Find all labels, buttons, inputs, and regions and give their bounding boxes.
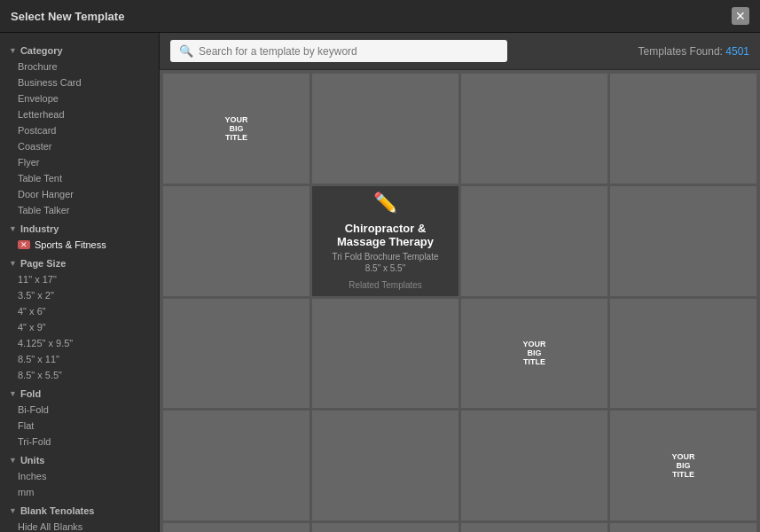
sidebar-item-3-5-x-2-[interactable]: 3.5" x 2" — [0, 287, 159, 303]
template-thumbnail — [677, 186, 691, 296]
sidebar-item-4-x-9-[interactable]: 4" x 9" — [0, 319, 159, 335]
template-thumbnail — [528, 299, 542, 409]
template-grid-item[interactable] — [461, 523, 607, 532]
template-thumbnail — [379, 411, 393, 520]
sidebar-item-sports-fitness[interactable]: ✕Sports & Fitness — [0, 237, 159, 253]
sidebar: ▼CategoryBrochureBusiness CardEnvelopeLe… — [0, 33, 160, 532]
template-thumbnail — [230, 299, 244, 409]
template-thumbnail — [528, 74, 542, 184]
template-grid-item[interactable] — [610, 523, 756, 532]
sidebar-item-envelope[interactable]: Envelope — [0, 90, 159, 106]
sidebar-item-table-tent[interactable]: Table Tent — [0, 170, 159, 186]
sidebar-section-page_size[interactable]: ▼Page Size — [0, 253, 159, 271]
template-thumbnail — [231, 74, 243, 184]
sidebar-item-tri-fold[interactable]: Tri-Fold — [0, 434, 159, 450]
template-grid-item[interactable] — [163, 523, 309, 532]
template-thumbnail — [529, 523, 541, 532]
template-grid: YOURBIGTITLE ✏️ Chiropractor & Massage T… — [163, 74, 756, 532]
template-grid-item[interactable] — [312, 299, 458, 409]
template-thumbnail — [379, 523, 393, 532]
template-thumbnail — [528, 411, 542, 520]
template-grid-item[interactable] — [610, 186, 756, 296]
arrow-icon: ▼ — [9, 224, 17, 233]
sidebar-item-4-125-x-9-5-[interactable]: 4.125" x 9.5" — [0, 335, 159, 351]
template-thumbnail — [678, 74, 690, 184]
sidebar-item-bi-fold[interactable]: Bi-Fold — [0, 402, 159, 418]
arrow-icon: ▼ — [9, 259, 17, 268]
search-icon: 🔍 — [179, 44, 193, 58]
sidebar-item-4-x-6-[interactable]: 4" x 6" — [0, 303, 159, 319]
pencil-icon: ✏️ — [373, 192, 397, 215]
template-grid-item[interactable]: ✏️ Chiropractor & Massage Therapy Tri Fo… — [312, 186, 458, 296]
template-grid-item[interactable] — [163, 186, 309, 296]
sidebar-item-8-5-x-5-5-[interactable]: 8.5" x 5.5" — [0, 367, 159, 383]
sidebar-section-category[interactable]: ▼Category — [0, 40, 159, 59]
template-grid-item[interactable] — [312, 523, 458, 532]
template-thumbnail — [230, 523, 244, 532]
sidebar-item-coaster[interactable]: Coaster — [0, 138, 159, 154]
template-grid-item[interactable]: YOURBIGTITLE — [461, 299, 607, 409]
sidebar-item-business-card[interactable]: Business Card — [0, 74, 159, 90]
sidebar-item-door-hanger[interactable]: Door Hanger — [0, 186, 159, 202]
templates-found-label: Templates Found: 4501 — [639, 45, 749, 58]
featured-related-label: Related Templates — [349, 280, 422, 290]
template-thumbnail — [677, 299, 691, 409]
featured-template-subtitle: Tri Fold Brochure Template — [332, 252, 438, 262]
template-grid-item[interactable] — [163, 411, 309, 520]
sidebar-item-hide-all-blanks[interactable]: Hide All Blanks — [0, 519, 159, 532]
content-area: 🔍 Templates Found: 4501 YOURBIGTITLE ✏️ … — [160, 33, 760, 532]
search-bar: 🔍 Templates Found: 4501 — [160, 33, 760, 70]
sidebar-item-11-x-17-[interactable]: 11" x 17" — [0, 271, 159, 287]
featured-template-title: Chiropractor & Massage Therapy — [319, 222, 451, 248]
dialog-header: Select New Template ✕ — [0, 0, 760, 33]
search-input[interactable] — [199, 45, 498, 58]
template-grid-item[interactable] — [610, 74, 756, 184]
sidebar-item-postcard[interactable]: Postcard — [0, 122, 159, 138]
sidebar-item-brochure[interactable]: Brochure — [0, 59, 159, 74]
template-grid-item[interactable] — [610, 299, 756, 409]
template-thumbnail — [379, 74, 393, 184]
sidebar-item-mm[interactable]: mm — [0, 484, 159, 500]
template-grid-item[interactable]: YOURBIGTITLE — [163, 74, 309, 184]
sidebar-item-flat[interactable]: Flat — [0, 418, 159, 434]
close-button[interactable]: ✕ — [732, 7, 749, 25]
template-thumbnail — [231, 411, 243, 520]
main-layout: ▼CategoryBrochureBusiness CardEnvelopeLe… — [0, 33, 760, 532]
template-grid-item[interactable] — [312, 74, 458, 184]
template-grid-item[interactable]: YOURBIGTITLE — [610, 411, 756, 520]
template-grid-item[interactable] — [461, 186, 607, 296]
sidebar-item-letterhead[interactable]: Letterhead — [0, 106, 159, 122]
arrow-icon: ▼ — [9, 46, 17, 55]
template-grid-item[interactable] — [461, 411, 607, 520]
template-grid-item[interactable] — [163, 299, 309, 409]
featured-template-size: 8.5" x 5.5" — [365, 263, 405, 273]
template-thumbnail — [678, 411, 690, 520]
sidebar-item-flyer[interactable]: Flyer — [0, 154, 159, 170]
remove-filter-icon[interactable]: ✕ — [18, 240, 30, 249]
template-grid-item[interactable] — [312, 411, 458, 520]
template-thumbnail — [529, 186, 541, 296]
template-thumbnail — [230, 186, 244, 296]
dialog-title: Select New Template — [11, 10, 124, 23]
sidebar-item-inches[interactable]: Inches — [0, 468, 159, 484]
template-thumbnail — [380, 299, 392, 409]
arrow-icon: ▼ — [9, 456, 17, 465]
sidebar-section-blank_templates[interactable]: ▼Blank Tenolates — [0, 500, 159, 519]
template-grid-item[interactable] — [461, 74, 607, 184]
search-wrapper: 🔍 — [170, 40, 507, 62]
sidebar-section-industry[interactable]: ▼Industry — [0, 218, 159, 237]
sidebar-section-units[interactable]: ▼Units — [0, 450, 159, 468]
templates-count: 4501 — [725, 45, 749, 58]
template-thumbnail — [677, 523, 691, 532]
arrow-icon: ▼ — [9, 506, 17, 515]
sidebar-item-8-5-x-11-[interactable]: 8.5" x 11" — [0, 351, 159, 367]
sidebar-section-fold[interactable]: ▼Fold — [0, 383, 159, 402]
sidebar-item-table-talker[interactable]: Table Talker — [0, 202, 159, 218]
arrow-icon: ▼ — [9, 389, 17, 398]
template-grid-area: YOURBIGTITLE ✏️ Chiropractor & Massage T… — [160, 70, 760, 532]
